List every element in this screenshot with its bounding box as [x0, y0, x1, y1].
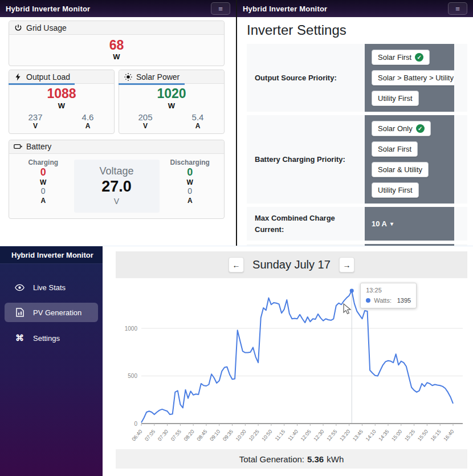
svg-text:13:45: 13:45	[352, 429, 364, 442]
option-solar-first[interactable]: Solar First	[372, 141, 418, 157]
solar-power-amps-unit: A	[172, 122, 224, 130]
svg-text:12:05: 12:05	[300, 429, 312, 442]
sidebar-item-settings[interactable]: ⌘ Settings	[5, 328, 98, 348]
hamburger-menu-button[interactable]: ≡	[448, 2, 467, 15]
output-load-volts: 237	[9, 112, 62, 122]
hamburger-icon: ≡	[218, 5, 223, 13]
sun-icon	[124, 73, 132, 81]
solar-power-card: Solar Power 1020 W 205 V 5.4 A	[119, 70, 225, 133]
grid-usage-title: Grid Usage	[26, 23, 67, 32]
settings-rows: Output Source Priority: Solar First ✓ So…	[247, 44, 467, 267]
option-label: Solar Only	[378, 124, 413, 133]
svg-text:10:50: 10:50	[260, 429, 273, 442]
svg-text:07:55: 07:55	[170, 429, 182, 442]
option-label: Solar First	[378, 53, 411, 62]
battery-charging-amps: 0	[15, 186, 72, 197]
svg-text:07:05: 07:05	[144, 429, 156, 442]
battery-voltage-value: 27.0	[74, 177, 160, 197]
grid-usage-header: Grid Usage	[9, 21, 224, 35]
battery-charging-watts: 0	[15, 166, 72, 179]
max-combined-charge-row: Max Combined Charge Current: 10 A ▾	[247, 207, 467, 241]
dropdown-value: 10 A	[372, 219, 387, 228]
solar-power-volts: 205	[119, 112, 172, 122]
sidebar-item-label: Live Stats	[33, 283, 66, 292]
pv-chart-area: 0500100006:4007:0507:3007:5508:2008:4509…	[116, 279, 467, 449]
file-chart-icon	[15, 308, 25, 317]
svg-text:13:20: 13:20	[339, 429, 351, 442]
battery-header: Battery	[9, 140, 224, 154]
grid-usage-body: 68 W	[9, 35, 224, 66]
svg-text:11:15: 11:15	[274, 429, 287, 442]
sidebar-item-live-stats[interactable]: Live Stats	[5, 278, 98, 297]
battery-discharging-watts-unit: W	[162, 178, 219, 186]
battery-card: Battery Charging 0 W 0 A Voltage 27.0 V	[9, 140, 225, 219]
row-filler	[454, 115, 467, 204]
row-filler	[454, 207, 467, 241]
option-solar-only[interactable]: Solar Only ✓	[372, 121, 431, 136]
sidebar: Hybrid Inverter Monitor Live Stats	[0, 246, 103, 476]
live-content: Grid Usage 68 W Output Load	[0, 17, 236, 219]
svg-text:10:25: 10:25	[248, 429, 260, 442]
max-combined-charge-dropdown[interactable]: 10 A ▾	[372, 219, 393, 228]
next-day-button[interactable]: →	[339, 257, 354, 272]
battery-icon	[14, 143, 22, 150]
tooltip-value: 1395	[397, 297, 411, 304]
svg-text:15:25: 15:25	[403, 429, 416, 442]
output-load-header: Output Load	[9, 70, 114, 84]
output-load-volts-unit: V	[9, 122, 62, 130]
grid-usage-unit: W	[9, 52, 224, 61]
option-solar-first[interactable]: Solar First ✓	[372, 50, 430, 65]
solar-power-value: 1020	[119, 86, 224, 101]
previous-day-button[interactable]: ←	[229, 257, 244, 272]
svg-text:1000: 1000	[125, 326, 138, 332]
tooltip-series-label: Watts:	[374, 297, 392, 304]
solar-power-volts-unit: V	[119, 122, 172, 130]
option-utility-first[interactable]: Utility First	[372, 91, 419, 106]
svg-text:15:00: 15:00	[390, 429, 403, 442]
output-source-priority-options: Solar First ✓ Solar > Battery > Utility …	[365, 44, 454, 112]
option-solar-battery-utility[interactable]: Solar > Battery > Utility	[372, 70, 460, 86]
option-label: Utility First	[378, 186, 413, 194]
battery-discharging-amps: 0	[162, 186, 219, 197]
output-load-amps-unit: A	[62, 122, 114, 130]
solar-power-title: Solar Power	[136, 72, 180, 82]
sidebar-item-label: PV Generation	[33, 308, 81, 317]
hamburger-menu-button[interactable]: ≡	[211, 2, 230, 15]
app-title: Hybrid Inverter Monitor	[243, 5, 327, 13]
solar-power-body: 1020 W 205 V 5.4 A	[119, 84, 224, 133]
sidebar-title: Hybrid Inverter Monitor	[0, 246, 103, 263]
load-lightning-icon	[14, 73, 22, 81]
svg-text:14:10: 14:10	[365, 429, 377, 442]
sidebar-item-pv-generation[interactable]: PV Generation	[5, 303, 98, 322]
svg-text:08:20: 08:20	[183, 429, 195, 442]
battery-charging-priority-row: Battery Charging Priority: Solar Only ✓ …	[247, 115, 467, 204]
battery-title: Battery	[26, 142, 51, 151]
battery-charging-amps-unit: A	[15, 197, 72, 205]
svg-text:09:10: 09:10	[209, 429, 221, 442]
option-solar-and-utility[interactable]: Solar & Utility	[372, 162, 429, 177]
pv-main-area: ← Sunday July 17 → 0500100006:4007:0507:…	[103, 246, 473, 476]
battery-charging-col: Charging 0 W 0 A	[15, 157, 72, 213]
svg-text:07:30: 07:30	[157, 429, 169, 442]
svg-text:500: 500	[128, 373, 137, 379]
battery-charging-priority-options: Solar Only ✓ Solar First Solar & Utility…	[365, 115, 454, 204]
svg-text:08:45: 08:45	[195, 429, 208, 442]
svg-text:12:30: 12:30	[312, 429, 325, 442]
pv-generation-panel: Hybrid Inverter Monitor Live Stats	[0, 246, 473, 476]
selected-check-icon: ✓	[416, 124, 425, 133]
battery-charging-label: Charging	[15, 158, 72, 166]
battery-voltage-label: Voltage	[74, 165, 160, 177]
output-source-priority-label: Output Source Priority:	[247, 44, 365, 112]
grid-usage-value: 68	[9, 38, 224, 52]
chart-tooltip: 13:25 Watts: 1395	[360, 283, 417, 308]
total-generation-unit: kWh	[327, 454, 344, 464]
row-filler	[454, 44, 467, 112]
battery-charging-watts-unit: W	[15, 178, 72, 186]
option-utility-first[interactable]: Utility First	[372, 182, 419, 198]
option-label: Utility First	[378, 94, 413, 103]
eye-icon	[15, 284, 25, 291]
battery-discharging-col: Discharging 0 W 0 A	[162, 157, 219, 213]
current-date-label: Sunday July 17	[252, 258, 331, 271]
selected-check-icon: ✓	[415, 53, 423, 62]
svg-text:16:15: 16:15	[430, 429, 442, 442]
